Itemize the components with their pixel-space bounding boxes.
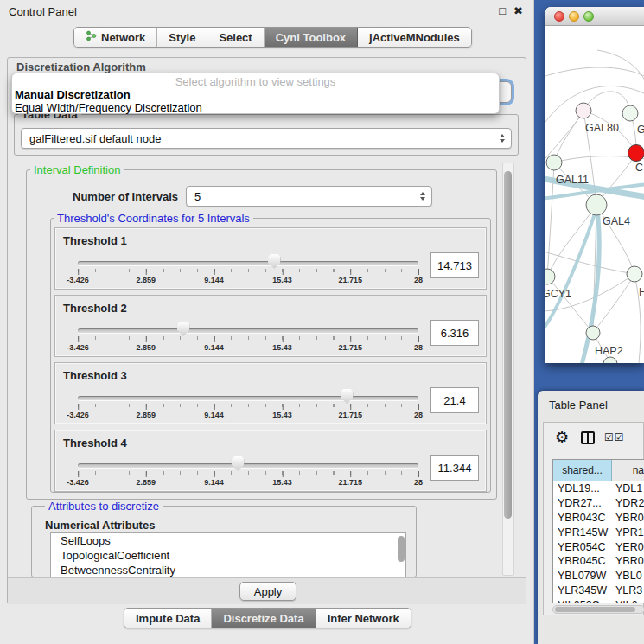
mac-close-icon[interactable] bbox=[554, 11, 564, 22]
tab-infer-network[interactable]: Infer Network bbox=[316, 609, 411, 628]
table-row[interactable]: YER054C YER0 bbox=[553, 539, 644, 554]
column-header-shared-name[interactable]: shared... bbox=[553, 460, 612, 481]
apply-button[interactable]: Apply bbox=[239, 582, 296, 601]
dropdown-option-equal-width-frequency[interactable]: Equal Width/Frequency Discretization bbox=[12, 101, 499, 114]
shared-name-cell[interactable]: YDL19... bbox=[553, 482, 612, 494]
number-of-intervals-combo[interactable]: 5 bbox=[186, 186, 432, 207]
shared-name-cell[interactable]: YER054C bbox=[553, 541, 612, 553]
shared-name-cell[interactable]: YBL079W bbox=[553, 570, 612, 582]
table-row[interactable]: YPR145W YPR1 bbox=[553, 525, 644, 539]
node-gal11[interactable] bbox=[546, 155, 562, 170]
float-window-icon[interactable]: □ bbox=[499, 4, 506, 17]
node-label-gcy1: GCY1 bbox=[545, 288, 571, 300]
shared-name-cell[interactable]: YPR145W bbox=[553, 526, 612, 539]
table-row[interactable]: YBL079W YBL0 bbox=[553, 569, 644, 583]
select-columns-checkboxes-icon[interactable]: ☑☑ bbox=[604, 431, 625, 443]
close-icon[interactable]: ✖ bbox=[513, 4, 523, 17]
table-row[interactable]: YDL19... YDL1 bbox=[553, 481, 644, 496]
tab-impute-data[interactable]: Impute Data bbox=[124, 609, 212, 628]
tick-label: -3.426 bbox=[67, 411, 89, 419]
name-cell[interactable]: YDR2 bbox=[612, 497, 644, 509]
threshold-3-panel: Threshold 3 -3.4262.8599.14415.4321.7152… bbox=[54, 362, 487, 424]
shared-name-cell[interactable]: YBR045C bbox=[553, 555, 612, 567]
table-row[interactable]: YBR043C YBR0 bbox=[553, 511, 644, 526]
threshold-3-slider[interactable]: -3.4262.8599.14415.4321.71528 bbox=[78, 384, 418, 424]
gear-icon[interactable]: ⚙ bbox=[555, 428, 569, 447]
name-cell[interactable]: YER0 bbox=[612, 541, 644, 553]
table-horizontal-scrollbar-thumb[interactable] bbox=[555, 607, 635, 612]
node-partial-h[interactable] bbox=[627, 266, 642, 282]
slider-handle[interactable] bbox=[232, 456, 245, 471]
node-gcy1[interactable] bbox=[545, 269, 555, 284]
algorithm-dropdown-popup: Select algorithm to view settings Manual… bbox=[11, 73, 500, 114]
attribute-list-item[interactable]: BetweennessCentrality bbox=[51, 563, 405, 577]
mac-minimize-icon[interactable] bbox=[569, 11, 579, 22]
slider-track[interactable] bbox=[78, 328, 418, 333]
slider-handle[interactable] bbox=[341, 389, 354, 404]
threshold-1-slider[interactable]: -3.4262.8599.14415.4321.71528 bbox=[78, 249, 418, 289]
attribute-list-item[interactable]: TopologicalCoefficient bbox=[51, 548, 405, 563]
attributes-list-scrollbar[interactable] bbox=[398, 536, 405, 562]
name-cell[interactable]: YBL0 bbox=[612, 570, 644, 582]
threshold-1-panel: Threshold 1 -3.4262.8599.14415.4321.7152… bbox=[54, 227, 487, 290]
node-gal80[interactable] bbox=[576, 103, 591, 118]
node-hap2[interactable] bbox=[586, 326, 600, 340]
tab-network[interactable]: Network bbox=[74, 28, 157, 47]
numerical-attributes-list[interactable]: SelfLoopsTopologicalCoefficientBetweenne… bbox=[50, 532, 406, 577]
desktop-background: GAL80 GA C GAL11 GAL4 GCY1 H HAP2 Table … bbox=[534, 0, 644, 644]
table-data-combo[interactable]: galFiltered.sif default node bbox=[21, 128, 512, 149]
table-toolbar: ⚙ ☑☑ bbox=[544, 423, 643, 456]
threshold-2-label: Threshold 2 bbox=[55, 296, 486, 315]
slider-handle[interactable] bbox=[177, 322, 190, 336]
slider-track[interactable] bbox=[78, 463, 418, 468]
table-row[interactable]: YDR27... YDR2 bbox=[553, 496, 644, 511]
name-cell[interactable]: YPR1 bbox=[612, 526, 644, 539]
tab-network-label: Network bbox=[101, 31, 145, 44]
threshold-4-slider[interactable]: -3.4262.8599.14415.4321.71528 bbox=[78, 451, 418, 491]
slider-track[interactable] bbox=[78, 396, 418, 400]
node-partial-bottom[interactable] bbox=[603, 357, 617, 363]
threshold-2-panel: Threshold 2 -3.4262.8599.14415.4321.7152… bbox=[54, 295, 487, 357]
tab-select[interactable]: Select bbox=[207, 28, 264, 47]
network-window-titlebar[interactable] bbox=[545, 7, 644, 26]
node-gal4[interactable] bbox=[586, 194, 607, 215]
tab-style[interactable]: Style bbox=[157, 28, 207, 47]
table-panel-title: Table Panel bbox=[549, 399, 608, 411]
column-header-name[interactable]: na bbox=[612, 460, 644, 481]
name-cell[interactable]: YDL1 bbox=[612, 482, 644, 494]
tab-discretize-data[interactable]: Discretize Data bbox=[212, 609, 316, 628]
shared-name-cell[interactable]: YLR345W bbox=[553, 584, 612, 596]
table-row[interactable]: YIL052C YIL0 bbox=[553, 597, 644, 603]
table-header-row: shared... na bbox=[553, 460, 644, 481]
shared-name-cell[interactable]: YBR043C bbox=[553, 512, 612, 524]
slider-handle[interactable] bbox=[268, 254, 281, 269]
table-rows: YDL19... YDL1 YDR27... YDR2 YBR043C YBR0… bbox=[553, 481, 644, 603]
table-horizontal-scrollbar[interactable] bbox=[552, 605, 644, 614]
node-partial-ga[interactable] bbox=[622, 105, 638, 121]
name-cell[interactable]: YLR3 bbox=[612, 584, 644, 596]
columns-icon[interactable] bbox=[581, 431, 595, 444]
threshold-2-value-field[interactable]: 6.316 bbox=[430, 320, 479, 346]
node-red-selected[interactable] bbox=[628, 145, 644, 162]
threshold-3-value-field[interactable]: 21.4 bbox=[430, 387, 479, 413]
shared-name-cell[interactable]: YIL052C bbox=[553, 599, 612, 603]
name-cell[interactable]: YBR0 bbox=[612, 555, 644, 567]
node-attribute-table[interactable]: shared... na YDL19... YDL1 YDR27... YDR2… bbox=[552, 459, 644, 603]
mac-zoom-icon[interactable] bbox=[583, 11, 594, 22]
network-canvas[interactable]: GAL80 GA C GAL11 GAL4 GCY1 H HAP2 bbox=[545, 26, 644, 363]
threshold-4-value-field[interactable]: 11.344 bbox=[430, 455, 479, 481]
threshold-1-value-field[interactable]: 14.713 bbox=[430, 252, 479, 278]
shared-name-cell[interactable]: YDR27... bbox=[553, 497, 612, 509]
table-row[interactable]: YLR345W YLR3 bbox=[553, 583, 644, 598]
dropdown-option-manual-discretization[interactable]: Manual Discretization bbox=[12, 88, 499, 101]
table-row[interactable]: YBR045C YBR0 bbox=[553, 554, 644, 569]
tab-jactivemnodules[interactable]: jActiveMNodules bbox=[358, 28, 471, 47]
tab-cyni-toolbox[interactable]: Cyni Toolbox bbox=[265, 28, 358, 47]
panel-scrollbar-thumb[interactable] bbox=[504, 171, 512, 519]
name-cell[interactable]: YIL0 bbox=[612, 599, 644, 603]
slider-track[interactable] bbox=[78, 261, 418, 265]
threshold-2-slider[interactable]: -3.4262.8599.14415.4321.71528 bbox=[78, 316, 418, 356]
attribute-list-item[interactable]: SelfLoops bbox=[51, 533, 405, 548]
name-cell[interactable]: YBR0 bbox=[612, 512, 644, 524]
table-panel-body: ⚙ ☑☑ shared... na YDL19... YDL1 bbox=[543, 422, 644, 615]
